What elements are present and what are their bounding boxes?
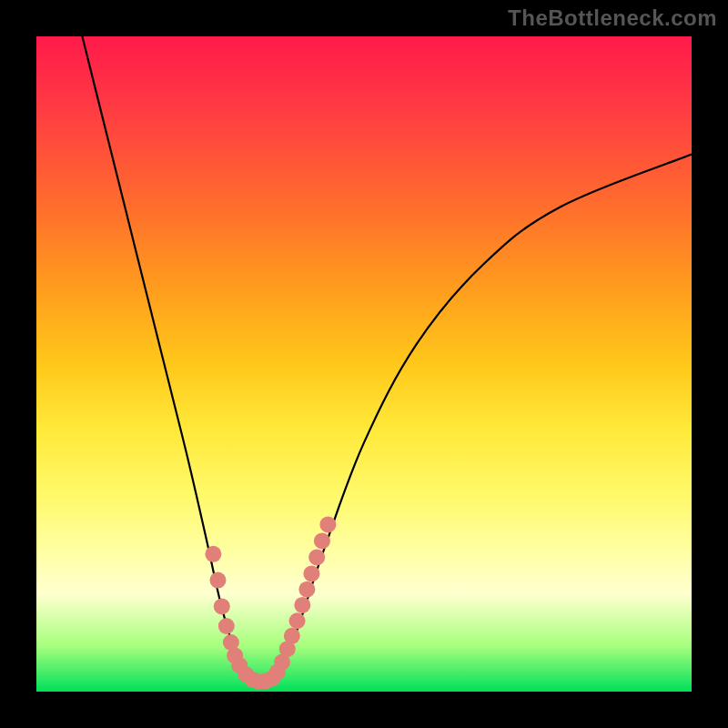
marker-point	[308, 549, 325, 565]
marker-point	[209, 572, 226, 589]
marker-point	[314, 532, 330, 549]
marker-point	[214, 598, 230, 614]
plot-area	[36, 36, 692, 692]
marker-point	[218, 618, 235, 634]
marker-point	[205, 546, 221, 562]
marker-point	[298, 581, 315, 598]
marker-point	[303, 565, 319, 581]
chart-frame: TheBottleneck.com	[0, 0, 728, 728]
marker-point	[289, 612, 306, 629]
marker-point	[284, 628, 300, 644]
watermark-text: TheBottleneck.com	[508, 5, 717, 31]
marker-point	[294, 597, 310, 613]
marker-group	[205, 516, 336, 690]
marker-point	[319, 516, 336, 532]
curve-left-branch	[82, 36, 258, 682]
curve-layer	[36, 36, 692, 692]
curve-right-branch	[259, 155, 692, 682]
